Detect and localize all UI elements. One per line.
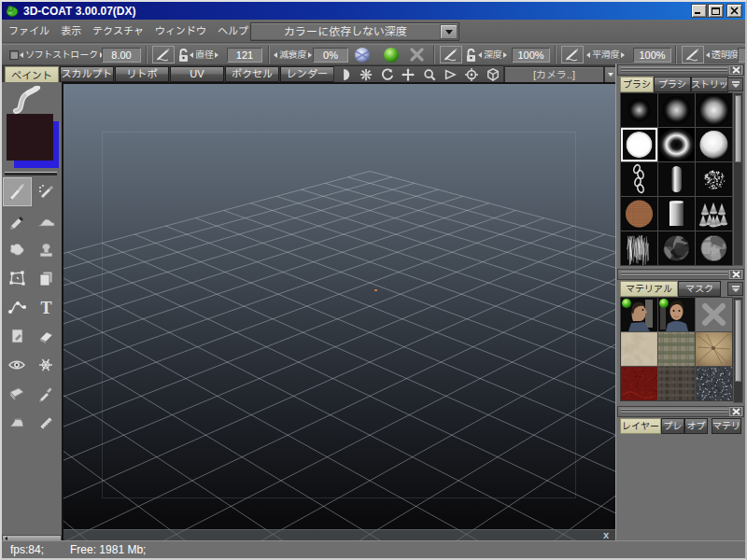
menu-item-ウィンドウ[interactable]: ウィンドウ bbox=[150, 20, 211, 43]
brushes-item-fur-strokes[interactable] bbox=[621, 231, 657, 265]
room-tab-リトポ[interactable]: リトポ bbox=[115, 66, 169, 82]
sunburst-icon[interactable] bbox=[359, 68, 373, 81]
room-tab-レンダー[interactable]: レンダー bbox=[280, 66, 334, 82]
tool-transform-rect[interactable] bbox=[3, 264, 32, 293]
brushes-header[interactable] bbox=[617, 64, 744, 76]
materials-item-fabric-speckled[interactable] bbox=[696, 367, 732, 400]
materials-header[interactable] bbox=[617, 269, 744, 280]
brushes-more-tabs-button[interactable] bbox=[727, 77, 743, 91]
tool-comb[interactable] bbox=[32, 409, 61, 438]
materials-item-plaid[interactable] bbox=[658, 332, 695, 366]
maximize-button[interactable] bbox=[708, 4, 724, 18]
brushes-item-soft-dot-medium[interactable] bbox=[658, 93, 695, 127]
soft-stroke-stepper[interactable]: ソフトストローク bbox=[20, 48, 104, 62]
play-icon[interactable] bbox=[444, 68, 457, 81]
tool-plane[interactable] bbox=[3, 380, 32, 409]
brushes-item-soft-sphere[interactable] bbox=[696, 128, 732, 161]
moon-icon[interactable] bbox=[338, 68, 351, 81]
pen-pressure-icon[interactable] bbox=[682, 46, 704, 63]
brushes-item-cylinder[interactable] bbox=[658, 197, 695, 231]
depth-stepper[interactable]: 深度 bbox=[478, 48, 507, 62]
brushes-tab-ストリッ[interactable]: ストリッ bbox=[691, 77, 728, 92]
layers-tab-オブ[interactable]: オブ bbox=[684, 418, 708, 434]
layers-close-button[interactable] bbox=[729, 407, 742, 416]
layers-tab-レイヤー[interactable]: レイヤー bbox=[620, 418, 661, 434]
room-tab-スカルプト[interactable]: スカルプト bbox=[60, 66, 114, 82]
tool-brush[interactable] bbox=[3, 177, 32, 206]
room-tab-UV[interactable]: UV bbox=[170, 66, 224, 82]
diameter-field[interactable]: 121 bbox=[227, 48, 262, 63]
tool-airbrush[interactable] bbox=[32, 177, 61, 206]
brushes-item-cone-bumps[interactable] bbox=[696, 197, 732, 231]
materials-more-tabs-button[interactable] bbox=[727, 282, 743, 296]
menu-item-テクスチャ[interactable]: テクスチャ bbox=[88, 20, 148, 43]
materials-item-none-x[interactable] bbox=[696, 298, 732, 331]
green-sphere-icon[interactable] bbox=[383, 47, 400, 63]
brushes-tab-ブラシ[interactable]: ブラシ bbox=[654, 77, 691, 92]
menu-item-表示[interactable]: 表示 bbox=[56, 20, 86, 43]
brushes-item-fabric-orange[interactable] bbox=[621, 197, 657, 231]
rotate-icon[interactable] bbox=[381, 68, 394, 81]
brushes-tab-ブラシ[interactable]: ブラシ bbox=[620, 77, 654, 92]
brushes-item-rock-dark[interactable] bbox=[658, 231, 695, 265]
layers-header[interactable] bbox=[617, 406, 744, 417]
sphere-preview-icon[interactable] bbox=[354, 47, 371, 63]
brushes-item-hard-circle[interactable] bbox=[621, 128, 657, 161]
room-tab-ボクセル[interactable]: ボクセル bbox=[225, 66, 279, 82]
pan-icon[interactable] bbox=[402, 68, 415, 81]
tool-picker[interactable] bbox=[32, 380, 61, 409]
brushes-item-soft-dot-large[interactable] bbox=[696, 93, 732, 127]
minimize-button[interactable] bbox=[691, 4, 707, 18]
title-bar[interactable]: 3D-COAT 3.00.07(DX) bbox=[2, 2, 745, 20]
materials-item-plaid-dark[interactable] bbox=[658, 367, 695, 400]
tool-copy-pages[interactable] bbox=[32, 264, 61, 293]
target-icon[interactable] bbox=[465, 68, 478, 81]
menu-item-ヘルプ[interactable]: ヘルプ bbox=[213, 20, 253, 43]
tool-pencil[interactable] bbox=[3, 206, 32, 235]
clear-x-icon[interactable] bbox=[410, 48, 424, 62]
tool-page-pen[interactable] bbox=[3, 322, 32, 351]
smoothing-stepper[interactable]: 平滑度 bbox=[586, 48, 625, 62]
zoom-icon[interactable] bbox=[423, 68, 436, 81]
tool-text[interactable]: T bbox=[32, 293, 61, 322]
lock-icon[interactable] bbox=[465, 48, 477, 63]
materials-item-fabric-red[interactable] bbox=[621, 367, 657, 400]
viewport-close-button[interactable]: x bbox=[603, 529, 609, 540]
smoothing-field[interactable]: 100% bbox=[633, 48, 671, 63]
materials-close-button[interactable] bbox=[729, 270, 742, 279]
materials-item-leather-tufted[interactable] bbox=[696, 332, 732, 366]
brushes-close-button[interactable] bbox=[729, 65, 742, 75]
layers-tab-マテリ[interactable]: マテリ bbox=[712, 418, 741, 434]
menu-item-ファイル[interactable]: ファイル bbox=[4, 20, 54, 43]
materials-tab-マテリアル[interactable]: マテリアル bbox=[620, 281, 678, 297]
tool-mound[interactable] bbox=[32, 206, 61, 235]
pen-pressure-icon[interactable] bbox=[561, 46, 584, 63]
falloff-stepper[interactable]: 減衰度 bbox=[274, 48, 312, 62]
depth-mode-select[interactable]: カラーに依存しない深度 bbox=[250, 22, 459, 41]
materials-item-fabric-beige[interactable] bbox=[621, 332, 657, 366]
falloff-field[interactable]: 0% bbox=[313, 48, 348, 63]
brushes-item-soft-dot-small[interactable] bbox=[621, 93, 657, 127]
depth-field[interactable]: 100% bbox=[512, 48, 550, 63]
soft-stroke-field[interactable]: 8.00 bbox=[102, 48, 141, 63]
camera-select[interactable]: [カメラ..] bbox=[504, 66, 604, 83]
viewport-3d[interactable]: x bbox=[62, 82, 615, 540]
brushes-item-ring[interactable] bbox=[658, 128, 695, 161]
layers-tab-プレ[interactable]: プレ bbox=[661, 418, 684, 434]
brushes-item-chain[interactable] bbox=[621, 162, 657, 196]
brushes-item-capsule[interactable] bbox=[658, 162, 695, 196]
materials-tab-マスク[interactable]: マスク bbox=[678, 281, 721, 297]
opacity-field[interactable]: 1 bbox=[738, 48, 745, 63]
materials-scrollbar[interactable] bbox=[733, 297, 743, 403]
pen-pressure-icon[interactable] bbox=[440, 46, 462, 63]
tool-eraser[interactable] bbox=[32, 322, 61, 351]
brushes-item-rock-light[interactable] bbox=[696, 231, 732, 265]
materials-item-photo-man-profile[interactable] bbox=[621, 298, 657, 331]
brushes-item-noise-speckle[interactable] bbox=[696, 162, 732, 196]
tool-iron[interactable] bbox=[3, 409, 32, 438]
materials-item-photo-man-front[interactable] bbox=[658, 298, 695, 331]
cube-icon[interactable] bbox=[486, 68, 500, 81]
tool-spline[interactable] bbox=[3, 293, 32, 322]
tool-blob[interactable] bbox=[3, 235, 32, 264]
soft-stroke-checkbox[interactable] bbox=[9, 50, 19, 60]
